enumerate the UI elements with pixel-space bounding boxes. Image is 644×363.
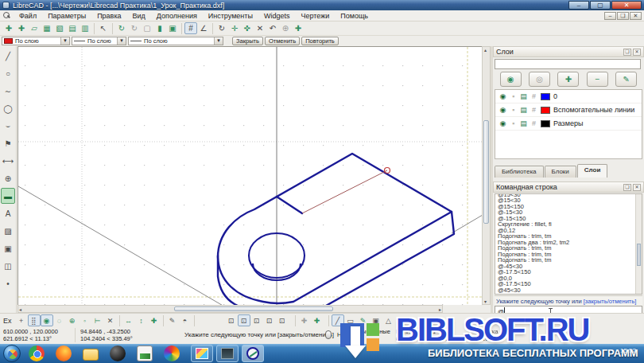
editor-app-icon[interactable] [137, 345, 153, 361]
snap-middle-icon[interactable]: ◦ [79, 314, 91, 326]
menu-edit[interactable]: Правка [91, 11, 126, 21]
snap-free-icon[interactable]: + [15, 314, 28, 326]
layer-row[interactable]: ◉ ▪ ▤ # Вспомогательные линии [495, 103, 642, 117]
menu-widgets[interactable]: Widgets [258, 11, 296, 21]
layer-print-icon[interactable]: ▤ [518, 92, 529, 100]
menu-file[interactable]: Файл [14, 11, 42, 21]
snap-endpoint-icon[interactable]: ◉ [41, 314, 53, 326]
set-relative-zero-icon[interactable]: ✎ [166, 314, 179, 326]
new-from-template-icon[interactable]: ✚ [15, 22, 28, 34]
isometric-grid-icon[interactable]: ∠ [197, 22, 210, 34]
line-type-combobox[interactable]: По слою ▼ [128, 37, 223, 45]
hatch-tool-icon[interactable]: ▨ [1, 223, 15, 239]
open-file-icon[interactable]: ▱ [28, 22, 41, 34]
text-tool-icon[interactable]: A [1, 205, 15, 221]
vertical-scroll-thumb[interactable] [483, 120, 489, 224]
title-bar[interactable]: LibreCAD - [...\Чертежи\Librecad Практик… [0, 0, 644, 10]
snap-center-icon[interactable]: ⊕ [66, 314, 79, 326]
snap-on-entity-icon[interactable]: ◌ [53, 314, 66, 326]
close-panel-icon[interactable]: ✕ [633, 49, 641, 56]
view-option-2-icon[interactable]: ⊡ [238, 314, 250, 326]
redo-icon[interactable]: ↻ [115, 22, 128, 34]
command-history[interactable]: @15<30 @15<30 @15<150 @-15<30 @-15<150 С… [495, 193, 642, 295]
ellipse-tool-icon[interactable]: ◯ [1, 100, 15, 116]
block-tool-icon[interactable]: ◫ [1, 258, 15, 274]
add-layer-button[interactable]: ✚ [557, 72, 579, 87]
canvas-horizontal-scrollbar[interactable]: ◂ ▸ [17, 305, 443, 313]
dark-app-icon[interactable] [110, 345, 126, 361]
menu-help[interactable]: Помощь [335, 11, 374, 21]
scroll-down-icon[interactable]: ▾ [484, 299, 487, 304]
new-file-icon[interactable]: ✚ [2, 22, 15, 34]
layer-filter-input[interactable] [495, 59, 641, 69]
edit-layer-button[interactable]: ✎ [615, 72, 637, 87]
float-panel-icon[interactable]: ❏ [623, 49, 631, 56]
history-scroll-thumb[interactable] [637, 244, 641, 266]
zoom-previous-icon[interactable]: ↶ [266, 22, 279, 34]
zoom-redraw-icon[interactable]: ↻ [215, 22, 228, 34]
menu-tools[interactable]: Инструменты [203, 11, 258, 21]
back-label[interactable]: Назад [337, 331, 355, 338]
menu-plugins[interactable]: Дополнения [151, 11, 203, 21]
option-box-icon[interactable]: ▣ [370, 314, 382, 326]
print-preview-icon[interactable]: ▥ [79, 22, 91, 34]
restrict-vertical-icon[interactable]: ↕ [135, 314, 148, 326]
insert-tool-icon[interactable]: ⚑ [1, 135, 15, 151]
tab-layers[interactable]: Слои [577, 164, 608, 178]
maximize-button[interactable]: ▢ [590, 1, 611, 10]
layer-name[interactable]: 0 [553, 92, 557, 100]
taskbar-app-photos[interactable] [191, 345, 213, 362]
taskbar-app-librecad[interactable] [242, 345, 264, 362]
layers-panel-header[interactable]: Слои ❏ ✕ [493, 46, 644, 57]
remove-layer-button[interactable]: − [587, 72, 608, 87]
lock-relative-zero-icon[interactable]: ◓ [179, 314, 192, 326]
float-panel-icon[interactable]: ❏ [623, 184, 631, 191]
undo-action-button[interactable]: Отменить [265, 37, 300, 45]
close-panel-icon[interactable]: ✕ [633, 184, 641, 191]
layer-visible-icon[interactable]: ◉ [498, 119, 508, 127]
minimize-button[interactable]: – [568, 1, 589, 10]
layer-lock-icon[interactable]: ▪ [508, 106, 518, 114]
zoom-out-icon[interactable]: ✜ [241, 22, 254, 34]
layer-row[interactable]: ◉ ▪ ▤ # Размеры [495, 117, 642, 131]
modify-tool-icon[interactable]: ⊕ [1, 170, 15, 186]
snap-distance-icon[interactable]: ⊢ [91, 314, 104, 326]
canvas-vertical-scrollbar[interactable]: ▴ ▾ [482, 46, 491, 305]
mdi-close-button[interactable]: ✕ [630, 12, 642, 20]
measure-tool-icon[interactable]: ▬ [1, 188, 15, 204]
horizontal-scroll-thumb[interactable] [174, 306, 333, 311]
option-mirror-icon[interactable]: △ [382, 314, 395, 326]
dimension-tool-icon[interactable]: ⟷ [1, 153, 15, 169]
option-line-icon[interactable]: ╱ [332, 314, 344, 326]
redo-action-button[interactable]: Повторить [301, 37, 339, 45]
ex-label[interactable]: Ex [3, 317, 12, 325]
print-icon[interactable]: ▤ [66, 22, 79, 34]
media-app-icon[interactable] [164, 345, 180, 361]
layer-visible-icon[interactable]: ◉ [498, 92, 508, 100]
tab-library[interactable]: Библиотека [495, 166, 544, 178]
start-button[interactable] [3, 345, 21, 362]
hide-all-layers-button[interactable]: ◎ [529, 72, 550, 87]
line-width-combobox[interactable]: По слою ▼ [72, 37, 126, 45]
snap-grid-icon[interactable]: ⣿ [28, 314, 41, 326]
layer-construction-icon[interactable]: # [529, 106, 539, 114]
show-all-layers-button[interactable]: ◉ [500, 72, 522, 87]
layer-name[interactable]: Вспомогательные линии [553, 106, 634, 114]
layer-color-combobox[interactable]: По слою ▼ [2, 37, 70, 45]
delete-original-icon[interactable]: ✚ [311, 314, 324, 326]
snap-intersection-icon[interactable]: ✕ [104, 314, 117, 326]
zoom-in-icon[interactable]: ✛ [228, 22, 241, 34]
taskbar-clock[interactable]: 15:52 [620, 347, 636, 354]
history-scrollbar[interactable] [635, 194, 642, 294]
command-panel-header[interactable]: Командная строка ❏ ✕ [493, 182, 644, 193]
grid-toggle-icon[interactable]: # [184, 22, 197, 34]
scroll-up-icon[interactable]: ▴ [484, 47, 487, 53]
taskbar-app-viewer[interactable] [216, 345, 239, 362]
view-option-1-icon[interactable]: ⊡ [225, 314, 238, 326]
keep-original-icon[interactable]: ✚ [298, 314, 311, 326]
restrict-nothing-icon[interactable]: ✚ [148, 314, 161, 326]
layer-lock-icon[interactable]: ▪ [508, 119, 518, 127]
line-tool-icon[interactable]: ╱ [1, 48, 15, 64]
zoom-window-icon[interactable]: ⊕ [279, 22, 292, 34]
dot-tool-icon[interactable]: • [1, 275, 15, 291]
